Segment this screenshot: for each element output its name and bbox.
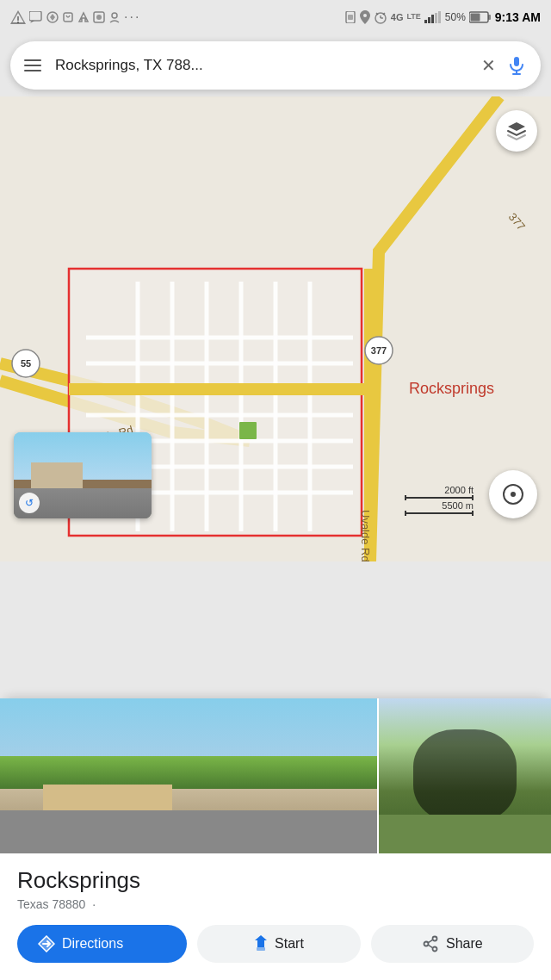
location-icon [360, 10, 370, 24]
street-view-building [31, 462, 83, 488]
photo-right-bg [379, 698, 551, 853]
photo-left[interactable] [0, 698, 377, 853]
place-subtitle: Texas 78880 · [17, 897, 534, 911]
signal-bars [424, 11, 442, 23]
scale-meters: 5500 m [442, 500, 474, 511]
svg-text:Rocksprings: Rocksprings [409, 380, 494, 397]
app-icon5 [108, 11, 121, 23]
warning-icon [10, 10, 26, 24]
photo-right[interactable] [379, 698, 551, 853]
svg-rect-22 [470, 14, 480, 22]
chat-icon [29, 11, 43, 23]
street-view-thumbnail[interactable]: ↺ [14, 432, 152, 518]
app-icon4 [93, 11, 105, 23]
app-icon2 [62, 11, 74, 23]
search-bar[interactable]: Rocksprings, TX 788... ✕ [10, 41, 541, 90]
share-button[interactable]: Share [371, 925, 534, 963]
overflow-dots: ··· [124, 9, 140, 25]
battery-icon [469, 11, 492, 23]
svg-line-62 [428, 940, 432, 942]
svg-rect-45 [239, 422, 257, 439]
svg-rect-2 [29, 11, 41, 21]
search-query[interactable]: Rocksprings, TX 788... [55, 57, 471, 74]
network-label: 4G [391, 12, 404, 22]
directions-label: Directions [62, 936, 123, 952]
svg-rect-0 [17, 16, 19, 21]
svg-rect-23 [514, 57, 519, 66]
mic-icon[interactable] [506, 55, 527, 76]
svg-line-63 [428, 945, 432, 947]
my-location-button[interactable] [489, 470, 537, 518]
place-name: Rocksprings [17, 867, 534, 894]
svg-rect-9 [348, 15, 353, 20]
status-icons-left: ··· [10, 9, 140, 25]
svg-rect-1 [17, 22, 19, 23]
sim-icon [344, 11, 356, 23]
svg-rect-16 [428, 17, 430, 23]
scale-line-bottom [405, 512, 474, 514]
bottom-panel: Rocksprings Texas 78880 · Directions [0, 698, 551, 980]
menu-button[interactable] [24, 59, 41, 71]
start-button[interactable]: Start [197, 925, 360, 963]
status-icons-right: 4G LTE 50% 9:13 AM [344, 10, 541, 24]
app-icon1 [46, 11, 59, 23]
action-buttons: Directions Start Share [17, 925, 534, 970]
layers-icon [506, 121, 527, 141]
lte-label: LTE [406, 12, 420, 21]
svg-rect-17 [431, 15, 434, 23]
svg-point-61 [424, 942, 428, 946]
layers-button[interactable] [496, 110, 537, 152]
scale-feet: 2000 ft [444, 485, 474, 495]
photos-row[interactable] [0, 698, 551, 853]
status-time: 9:13 AM [495, 10, 541, 24]
clear-button[interactable]: ✕ [481, 55, 496, 76]
photo-grass [379, 815, 551, 853]
share-icon [422, 935, 439, 952]
start-label: Start [275, 936, 304, 952]
alarm-icon [374, 10, 387, 24]
share-label: Share [446, 936, 483, 952]
scale-bar: 2000 ft 5500 m [405, 485, 474, 514]
photo-left-bg [0, 698, 377, 853]
svg-point-60 [432, 947, 436, 952]
svg-rect-21 [488, 15, 491, 20]
directions-icon [38, 935, 55, 952]
svg-point-6 [96, 15, 102, 20]
place-address: Texas 78880 [17, 897, 85, 911]
status-bar: ··· 4G LTE 50% [0, 0, 551, 34]
photo-building [43, 785, 172, 810]
svg-text:Uvalde Rd: Uvalde Rd [359, 510, 372, 561]
svg-point-59 [432, 937, 436, 941]
svg-text:55: 55 [21, 358, 31, 369]
battery-percent: 50% [445, 11, 466, 23]
place-info: Rocksprings Texas 78880 · Directions [0, 853, 551, 980]
svg-rect-15 [424, 20, 427, 23]
svg-rect-19 [438, 11, 441, 23]
photo-road [0, 807, 377, 853]
svg-text:377: 377 [371, 345, 387, 356]
svg-rect-58 [257, 947, 265, 951]
target-icon [503, 484, 523, 505]
start-icon [254, 935, 268, 952]
photo-dark-shape [413, 729, 517, 822]
subtitle-dot: · [92, 897, 96, 911]
map-area[interactable]: 377 55 377 Rocksprings Del Rio Rd Uvalde… [0, 96, 551, 561]
scale-line-top [405, 497, 474, 499]
svg-rect-18 [435, 13, 437, 23]
directions-button[interactable]: Directions [17, 925, 187, 963]
street-view-arrow: ↺ [19, 493, 40, 513]
svg-point-7 [112, 13, 117, 18]
app-icon3 [77, 11, 90, 23]
